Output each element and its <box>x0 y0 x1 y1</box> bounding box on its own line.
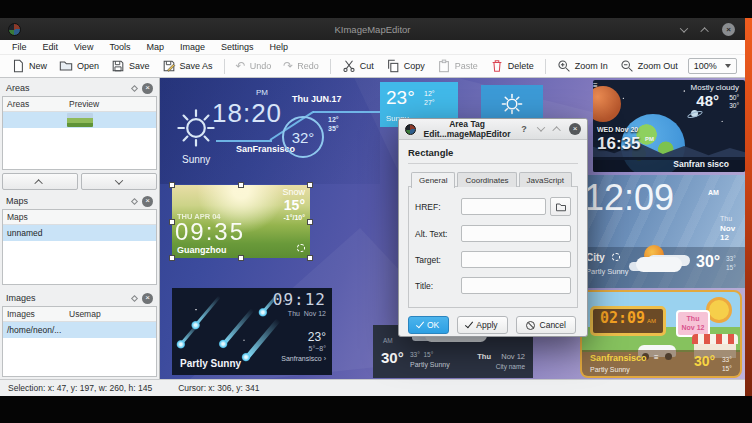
tab-general[interactable]: General <box>411 172 455 188</box>
zoom-out-button[interactable]: Zoom Out <box>614 56 684 76</box>
title-input[interactable] <box>461 277 571 294</box>
image-row[interactable]: /home/neon/... <box>3 322 156 338</box>
cut-button[interactable]: Cut <box>336 56 380 76</box>
selection-handle[interactable] <box>169 219 175 225</box>
cancel-circle-icon <box>526 321 535 330</box>
redo-button[interactable]: ↷ Redo <box>277 56 325 76</box>
weather-widget-big-clock: 12:09 AM Thu Nov 12 City Partly Sunny 30… <box>578 175 745 288</box>
href-input[interactable] <box>461 198 546 215</box>
target-input[interactable] <box>461 251 571 268</box>
move-area-down-button[interactable] <box>81 173 157 190</box>
selection-handle[interactable] <box>238 255 244 261</box>
shop-awning <box>692 334 738 344</box>
close-panel-icon[interactable]: × <box>142 196 153 207</box>
letterbox-bottom <box>0 396 752 423</box>
areas-panel-title: Areas <box>6 83 127 93</box>
weather-widget-space: Mostly cloudy 48° 50° 30° WED Nov 20 16:… <box>593 80 745 172</box>
folder-icon <box>555 201 567 213</box>
undo-button[interactable]: ↶ Undo <box>230 56 278 76</box>
alt-text-label: Alt. Text: <box>415 229 457 239</box>
close-panel-icon[interactable]: × <box>142 83 153 94</box>
areas-panel: Areas × Areas Preview <box>2 80 157 190</box>
paste-button[interactable]: Paste <box>431 56 484 76</box>
sun-icon <box>500 92 524 116</box>
saturn-icon <box>691 110 698 117</box>
zoom-in-button[interactable]: Zoom In <box>551 56 614 76</box>
selection-handle[interactable] <box>307 219 313 225</box>
minimize-icon[interactable] <box>678 24 690 36</box>
apply-button[interactable]: Apply <box>457 316 507 334</box>
move-area-up-button[interactable] <box>2 173 78 190</box>
menu-image[interactable]: Image <box>172 41 213 53</box>
selection-handle[interactable] <box>238 182 244 188</box>
close-icon[interactable]: × <box>569 123 581 135</box>
weather-widget-town: 02:09 AM Thu Nov 12 Sanfransisco ≡ Partl… <box>580 290 742 378</box>
delete-button[interactable]: Delete <box>484 56 540 76</box>
save-as-button[interactable]: Save As <box>156 56 219 76</box>
cloud-icon <box>636 257 682 272</box>
areas-column-header[interactable]: Areas <box>3 97 65 111</box>
menu-view[interactable]: View <box>66 41 101 53</box>
check-icon <box>416 320 424 329</box>
cancel-button[interactable]: Cancel <box>516 316 576 334</box>
preview-column-header[interactable]: Preview <box>65 97 103 111</box>
copy-button[interactable]: Copy <box>380 56 431 76</box>
area-row[interactable] <box>3 112 156 128</box>
gear-icon <box>612 253 620 263</box>
save-icon <box>111 59 125 73</box>
tab-javascript[interactable]: JavaScript <box>519 172 572 187</box>
maximize-icon[interactable] <box>700 24 712 36</box>
chevron-up-icon <box>34 179 42 187</box>
maximize-icon[interactable] <box>552 126 564 132</box>
target-label: Target: <box>415 255 457 265</box>
selected-area-widget[interactable]: Snow 15° -1°/10° THU APR 04 09:35 Guangz… <box>172 185 310 258</box>
browse-button[interactable] <box>550 197 571 216</box>
open-button[interactable]: Open <box>53 56 105 76</box>
dialog-heading: Rectangle <box>408 147 578 164</box>
selection-handle[interactable] <box>169 255 175 261</box>
maps-column-header[interactable]: Maps <box>3 210 32 224</box>
undo-icon: ↶ <box>236 59 246 73</box>
save-button[interactable]: Save <box>105 56 156 76</box>
selection-handle[interactable] <box>169 182 175 188</box>
images-panel-title: Images <box>6 293 127 303</box>
selection-handle[interactable] <box>307 255 313 261</box>
menu-file[interactable]: File <box>4 41 35 53</box>
close-icon[interactable]: × <box>722 23 735 36</box>
scissors-icon <box>342 59 356 73</box>
area-tag-dialog: Area Tag Edit...mageMapEditor ? × Rectan… <box>398 118 588 337</box>
maps-panel: Maps × Maps unnamed <box>2 193 157 285</box>
alt-text-input[interactable] <box>461 225 571 242</box>
open-folder-icon <box>59 59 73 73</box>
minimize-icon[interactable] <box>535 126 547 132</box>
meteor-icon <box>194 295 221 326</box>
menu-tools[interactable]: Tools <box>101 41 138 53</box>
menu-map[interactable]: Map <box>138 41 172 53</box>
planet-icon <box>593 86 621 122</box>
weather-widget-clock: Sunny PM 18:20 SanFransisco Thu JUN.17 3… <box>160 78 380 184</box>
clipboard-icon <box>437 59 451 73</box>
settings-sliders-icon: ≡ <box>654 352 659 362</box>
dialog-titlebar[interactable]: Area Tag Edit...mageMapEditor ? × <box>399 119 587 140</box>
new-button[interactable]: New <box>5 56 53 76</box>
ok-button[interactable]: OK <box>408 316 449 334</box>
float-panel-icon[interactable] <box>131 84 138 91</box>
menu-settings[interactable]: Settings <box>213 41 262 53</box>
zoom-level-select[interactable]: 100% <box>688 58 737 74</box>
menu-edit[interactable]: Edit <box>35 41 67 53</box>
float-panel-icon[interactable] <box>131 197 138 204</box>
gear-icon <box>297 244 305 254</box>
selection-handle[interactable] <box>307 182 313 188</box>
close-panel-icon[interactable]: × <box>142 293 153 304</box>
menu-help[interactable]: Help <box>261 41 296 53</box>
copy-icon <box>386 59 400 73</box>
help-icon[interactable]: ? <box>518 124 530 134</box>
images-column-header[interactable]: Images <box>3 307 65 321</box>
map-row[interactable]: unnamed <box>3 225 156 241</box>
dialog-title: Area Tag Edit...mageMapEditor <box>421 119 513 139</box>
billboard-clock: 02:09 AM <box>590 306 666 336</box>
tab-coordinates[interactable]: Coordinates <box>457 172 516 187</box>
usemap-column-header[interactable]: Usemap <box>65 307 105 321</box>
float-panel-icon[interactable] <box>131 294 138 301</box>
zoom-in-icon <box>557 59 571 73</box>
